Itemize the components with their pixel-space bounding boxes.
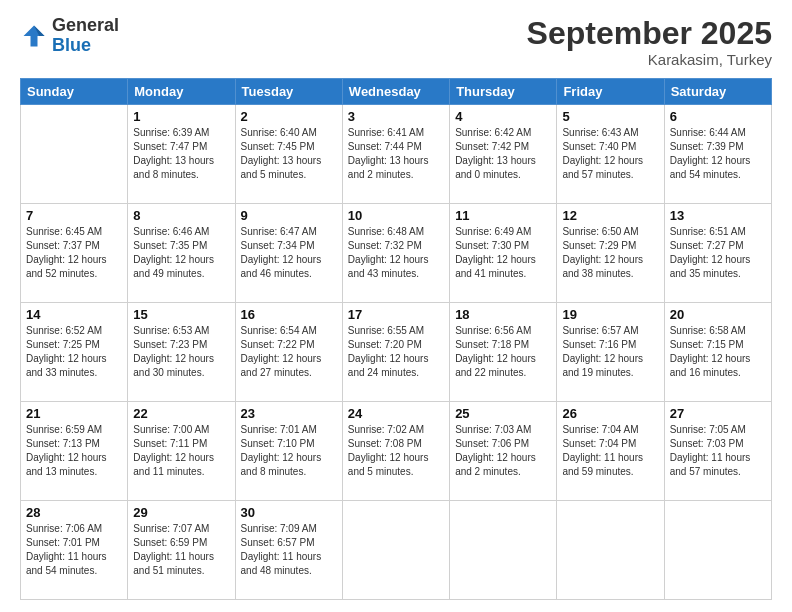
title-block: September 2025 Karakasim, Turkey [527, 16, 772, 68]
col-friday: Friday [557, 79, 664, 105]
day-info: Sunrise: 7:02 AMSunset: 7:08 PMDaylight:… [348, 423, 444, 479]
logo-text: General Blue [52, 16, 119, 56]
day-info: Sunrise: 6:41 AMSunset: 7:44 PMDaylight:… [348, 126, 444, 182]
day-info: Sunrise: 6:44 AMSunset: 7:39 PMDaylight:… [670, 126, 766, 182]
day-info: Sunrise: 6:40 AMSunset: 7:45 PMDaylight:… [241, 126, 337, 182]
calendar-table: Sunday Monday Tuesday Wednesday Thursday… [20, 78, 772, 600]
day-info: Sunrise: 6:50 AMSunset: 7:29 PMDaylight:… [562, 225, 658, 281]
table-cell: 2Sunrise: 6:40 AMSunset: 7:45 PMDaylight… [235, 105, 342, 204]
day-info: Sunrise: 6:46 AMSunset: 7:35 PMDaylight:… [133, 225, 229, 281]
day-number: 25 [455, 406, 551, 421]
day-number: 4 [455, 109, 551, 124]
day-number: 11 [455, 208, 551, 223]
day-info: Sunrise: 6:59 AMSunset: 7:13 PMDaylight:… [26, 423, 122, 479]
col-tuesday: Tuesday [235, 79, 342, 105]
table-cell: 8Sunrise: 6:46 AMSunset: 7:35 PMDaylight… [128, 204, 235, 303]
day-number: 1 [133, 109, 229, 124]
day-info: Sunrise: 7:04 AMSunset: 7:04 PMDaylight:… [562, 423, 658, 479]
day-info: Sunrise: 6:42 AMSunset: 7:42 PMDaylight:… [455, 126, 551, 182]
day-number: 6 [670, 109, 766, 124]
day-info: Sunrise: 7:05 AMSunset: 7:03 PMDaylight:… [670, 423, 766, 479]
table-cell: 6Sunrise: 6:44 AMSunset: 7:39 PMDaylight… [664, 105, 771, 204]
table-cell [557, 501, 664, 600]
day-number: 8 [133, 208, 229, 223]
day-info: Sunrise: 7:09 AMSunset: 6:57 PMDaylight:… [241, 522, 337, 578]
table-cell [342, 501, 449, 600]
day-number: 22 [133, 406, 229, 421]
day-info: Sunrise: 6:56 AMSunset: 7:18 PMDaylight:… [455, 324, 551, 380]
calendar-week-row: 28Sunrise: 7:06 AMSunset: 7:01 PMDayligh… [21, 501, 772, 600]
day-info: Sunrise: 7:01 AMSunset: 7:10 PMDaylight:… [241, 423, 337, 479]
day-number: 15 [133, 307, 229, 322]
table-cell: 29Sunrise: 7:07 AMSunset: 6:59 PMDayligh… [128, 501, 235, 600]
day-number: 28 [26, 505, 122, 520]
day-number: 19 [562, 307, 658, 322]
calendar-week-row: 21Sunrise: 6:59 AMSunset: 7:13 PMDayligh… [21, 402, 772, 501]
table-cell: 3Sunrise: 6:41 AMSunset: 7:44 PMDaylight… [342, 105, 449, 204]
day-info: Sunrise: 6:51 AMSunset: 7:27 PMDaylight:… [670, 225, 766, 281]
table-cell: 22Sunrise: 7:00 AMSunset: 7:11 PMDayligh… [128, 402, 235, 501]
logo: General Blue [20, 16, 119, 56]
day-info: Sunrise: 7:06 AMSunset: 7:01 PMDaylight:… [26, 522, 122, 578]
day-number: 16 [241, 307, 337, 322]
day-info: Sunrise: 7:07 AMSunset: 6:59 PMDaylight:… [133, 522, 229, 578]
day-number: 12 [562, 208, 658, 223]
table-cell: 14Sunrise: 6:52 AMSunset: 7:25 PMDayligh… [21, 303, 128, 402]
day-number: 5 [562, 109, 658, 124]
table-cell: 30Sunrise: 7:09 AMSunset: 6:57 PMDayligh… [235, 501, 342, 600]
table-cell: 19Sunrise: 6:57 AMSunset: 7:16 PMDayligh… [557, 303, 664, 402]
day-number: 7 [26, 208, 122, 223]
table-cell: 23Sunrise: 7:01 AMSunset: 7:10 PMDayligh… [235, 402, 342, 501]
day-info: Sunrise: 6:57 AMSunset: 7:16 PMDaylight:… [562, 324, 658, 380]
day-info: Sunrise: 6:48 AMSunset: 7:32 PMDaylight:… [348, 225, 444, 281]
day-info: Sunrise: 7:00 AMSunset: 7:11 PMDaylight:… [133, 423, 229, 479]
logo-icon [20, 22, 48, 50]
day-info: Sunrise: 6:49 AMSunset: 7:30 PMDaylight:… [455, 225, 551, 281]
day-number: 13 [670, 208, 766, 223]
day-number: 29 [133, 505, 229, 520]
day-number: 18 [455, 307, 551, 322]
table-cell: 24Sunrise: 7:02 AMSunset: 7:08 PMDayligh… [342, 402, 449, 501]
day-info: Sunrise: 6:39 AMSunset: 7:47 PMDaylight:… [133, 126, 229, 182]
day-number: 10 [348, 208, 444, 223]
col-wednesday: Wednesday [342, 79, 449, 105]
table-cell: 18Sunrise: 6:56 AMSunset: 7:18 PMDayligh… [450, 303, 557, 402]
day-info: Sunrise: 6:47 AMSunset: 7:34 PMDaylight:… [241, 225, 337, 281]
table-cell: 25Sunrise: 7:03 AMSunset: 7:06 PMDayligh… [450, 402, 557, 501]
table-cell [664, 501, 771, 600]
table-cell: 12Sunrise: 6:50 AMSunset: 7:29 PMDayligh… [557, 204, 664, 303]
table-cell: 4Sunrise: 6:42 AMSunset: 7:42 PMDaylight… [450, 105, 557, 204]
table-cell: 10Sunrise: 6:48 AMSunset: 7:32 PMDayligh… [342, 204, 449, 303]
table-cell: 21Sunrise: 6:59 AMSunset: 7:13 PMDayligh… [21, 402, 128, 501]
table-cell: 27Sunrise: 7:05 AMSunset: 7:03 PMDayligh… [664, 402, 771, 501]
table-cell: 5Sunrise: 6:43 AMSunset: 7:40 PMDaylight… [557, 105, 664, 204]
day-info: Sunrise: 7:03 AMSunset: 7:06 PMDaylight:… [455, 423, 551, 479]
day-number: 14 [26, 307, 122, 322]
day-info: Sunrise: 6:43 AMSunset: 7:40 PMDaylight:… [562, 126, 658, 182]
day-number: 26 [562, 406, 658, 421]
table-cell: 15Sunrise: 6:53 AMSunset: 7:23 PMDayligh… [128, 303, 235, 402]
table-cell: 16Sunrise: 6:54 AMSunset: 7:22 PMDayligh… [235, 303, 342, 402]
table-cell: 13Sunrise: 6:51 AMSunset: 7:27 PMDayligh… [664, 204, 771, 303]
table-cell: 20Sunrise: 6:58 AMSunset: 7:15 PMDayligh… [664, 303, 771, 402]
table-cell: 11Sunrise: 6:49 AMSunset: 7:30 PMDayligh… [450, 204, 557, 303]
table-cell: 1Sunrise: 6:39 AMSunset: 7:47 PMDaylight… [128, 105, 235, 204]
day-number: 17 [348, 307, 444, 322]
table-cell: 28Sunrise: 7:06 AMSunset: 7:01 PMDayligh… [21, 501, 128, 600]
table-cell: 7Sunrise: 6:45 AMSunset: 7:37 PMDaylight… [21, 204, 128, 303]
header: General Blue September 2025 Karakasim, T… [20, 16, 772, 68]
calendar-week-row: 1Sunrise: 6:39 AMSunset: 7:47 PMDaylight… [21, 105, 772, 204]
location-subtitle: Karakasim, Turkey [527, 51, 772, 68]
month-title: September 2025 [527, 16, 772, 51]
day-info: Sunrise: 6:54 AMSunset: 7:22 PMDaylight:… [241, 324, 337, 380]
col-thursday: Thursday [450, 79, 557, 105]
day-info: Sunrise: 6:52 AMSunset: 7:25 PMDaylight:… [26, 324, 122, 380]
calendar-week-row: 14Sunrise: 6:52 AMSunset: 7:25 PMDayligh… [21, 303, 772, 402]
table-cell [21, 105, 128, 204]
page: General Blue September 2025 Karakasim, T… [0, 0, 792, 612]
day-number: 20 [670, 307, 766, 322]
col-saturday: Saturday [664, 79, 771, 105]
day-number: 24 [348, 406, 444, 421]
table-cell: 17Sunrise: 6:55 AMSunset: 7:20 PMDayligh… [342, 303, 449, 402]
day-number: 9 [241, 208, 337, 223]
